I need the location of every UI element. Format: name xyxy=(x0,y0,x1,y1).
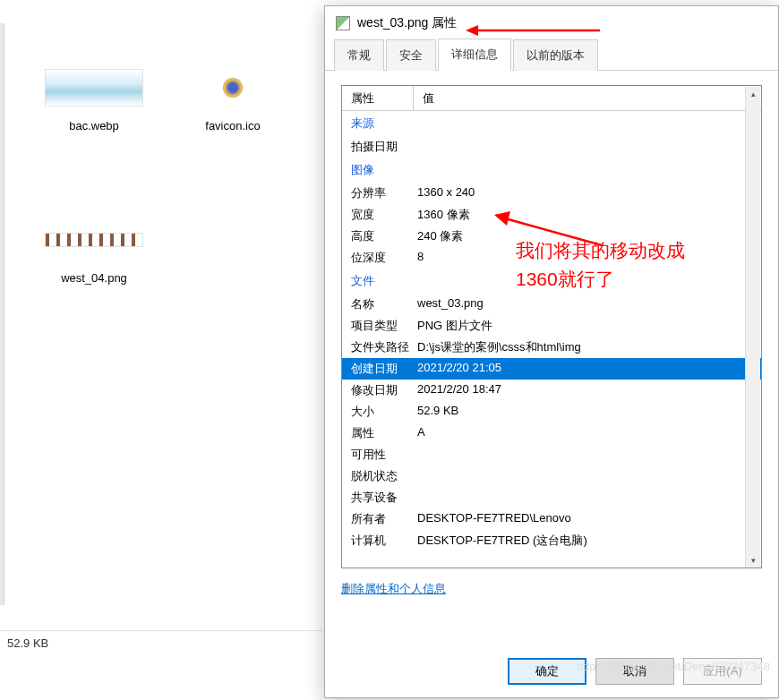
tab-general[interactable]: 常规 xyxy=(334,39,384,71)
ok-button[interactable]: 确定 xyxy=(508,658,586,685)
row-owner[interactable]: 所有者 DESKTOP-FE7TRED\Lenovo xyxy=(342,508,761,530)
status-size: 52.9 KB xyxy=(7,636,48,650)
row-created[interactable]: 创建日期 2021/2/20 21:05 xyxy=(342,358,761,380)
section-origin: 来源 xyxy=(342,111,761,136)
row-attr[interactable]: 属性 A xyxy=(342,423,761,444)
row-height[interactable]: 高度 240 像素 xyxy=(342,226,761,247)
row-bitdepth[interactable]: 位深度 8 xyxy=(342,247,761,269)
dialog-titlebar[interactable]: west_03.png 属性 xyxy=(325,6,778,40)
apply-button: 应用(A) xyxy=(683,658,762,685)
file-item-west04[interactable]: west_04.png xyxy=(31,215,157,285)
file-label: favicon.ico xyxy=(170,119,295,132)
status-bar: 52.9 KB xyxy=(0,630,322,655)
row-type[interactable]: 项目类型 PNG 图片文件 xyxy=(342,315,761,337)
row-modified[interactable]: 修改日期 2021/2/20 18:47 xyxy=(342,380,761,401)
file-thumbnail xyxy=(184,63,282,112)
scroll-down-icon[interactable]: ▾ xyxy=(746,553,760,568)
tab-previous[interactable]: 以前的版本 xyxy=(513,39,598,71)
tab-security[interactable]: 安全 xyxy=(386,39,436,71)
scroll-up-icon[interactable]: ▴ xyxy=(746,87,760,102)
row-share[interactable]: 共享设备 xyxy=(342,487,761,508)
file-thumbnail xyxy=(45,63,143,112)
scrollbar[interactable]: ▴ ▾ xyxy=(745,87,760,568)
file-item-favicon[interactable]: favicon.ico xyxy=(170,63,295,132)
row-shot-date[interactable]: 拍摄日期 xyxy=(342,136,761,158)
details-panel: 属性 值 来源 拍摄日期 图像 分辨率 1360 x 240 宽度 1360 像… xyxy=(325,71,778,615)
tab-details[interactable]: 详细信息 xyxy=(438,38,511,71)
tab-strip: 常规 安全 详细信息 以前的版本 xyxy=(325,40,778,71)
file-thumbnail xyxy=(45,215,143,264)
file-label: bac.webp xyxy=(31,119,157,132)
properties-table: 属性 值 来源 拍摄日期 图像 分辨率 1360 x 240 宽度 1360 像… xyxy=(341,85,762,568)
file-label: west_04.png xyxy=(31,271,157,285)
file-item-bac[interactable]: bac.webp xyxy=(31,63,157,132)
file-icon xyxy=(336,16,350,30)
header-prop[interactable]: 属性 xyxy=(342,86,414,110)
row-width[interactable]: 宽度 1360 像素 xyxy=(342,204,761,226)
table-body[interactable]: 来源 拍摄日期 图像 分辨率 1360 x 240 宽度 1360 像素 高度 … xyxy=(342,111,761,568)
dialog-buttons: 确定 取消 应用(A) xyxy=(508,658,762,685)
cancel-button[interactable]: 取消 xyxy=(595,658,674,685)
row-resolution[interactable]: 分辨率 1360 x 240 xyxy=(342,183,761,204)
section-file: 文件 xyxy=(342,269,761,294)
row-size[interactable]: 大小 52.9 KB xyxy=(342,401,761,423)
row-availability[interactable]: 可用性 xyxy=(342,444,761,465)
table-header: 属性 值 xyxy=(342,86,761,111)
header-val[interactable]: 值 xyxy=(414,90,761,107)
row-offline[interactable]: 脱机状态 xyxy=(342,465,761,487)
dialog-title-text: west_03.png 属性 xyxy=(357,15,457,31)
remove-properties-link[interactable]: 删除属性和个人信息 xyxy=(341,581,446,597)
row-computer[interactable]: 计算机 DESKTOP-FE7TRED (这台电脑) xyxy=(342,530,761,551)
section-image: 图像 xyxy=(342,158,761,183)
row-path[interactable]: 文件夹路径 D:\js课堂的案例\csss和html\img xyxy=(342,337,761,358)
pane-divider[interactable] xyxy=(0,23,4,605)
row-name[interactable]: 名称 west_03.png xyxy=(342,294,761,315)
properties-dialog: west_03.png 属性 常规 安全 详细信息 以前的版本 属性 值 来源 … xyxy=(324,5,779,698)
